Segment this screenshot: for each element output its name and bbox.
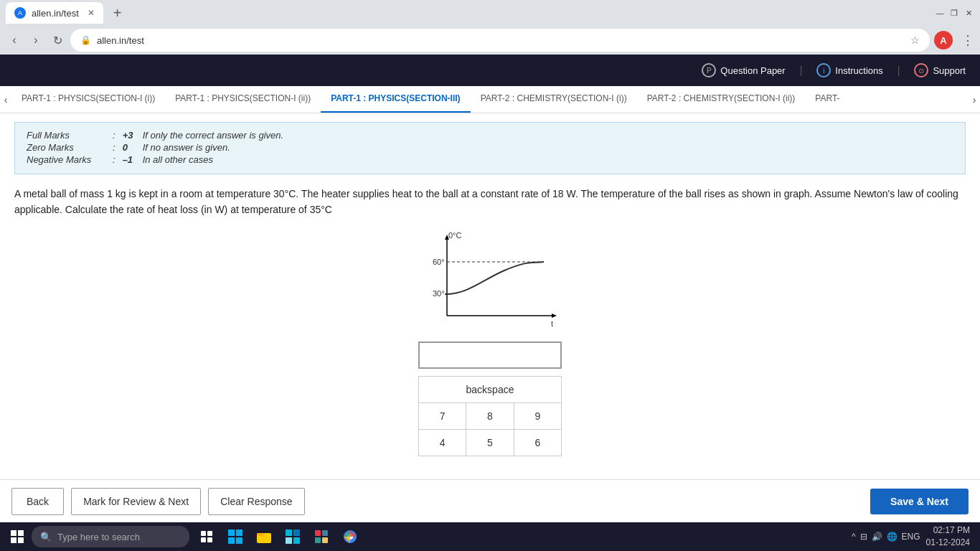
tab-chemistry-section-i-i[interactable]: PART-2 : CHEMISTRY(SECTION-I (i)) [471,86,637,113]
instructions-button[interactable]: i Instructions [816,63,882,77]
numpad-4[interactable]: 4 [419,430,466,456]
taskbar-time-value: 02:17 PM [926,524,970,537]
full-marks-colon: : [113,130,116,141]
tab-close-button[interactable]: ✕ [88,8,95,18]
numpad-row-1: 7 8 9 [419,403,561,430]
full-marks-label: Full Marks [27,130,105,141]
question-paper-label: Question Paper [720,65,785,76]
full-marks-row: Full Marks : +3 If only the correct answ… [27,130,953,141]
url-input[interactable]: 🔒 allen.in/test ☆ [70,29,930,52]
taskbar-ms-store[interactable] [280,524,306,550]
answer-container: backspace 7 8 9 4 5 6 [14,342,966,456]
full-marks-value: +3 [123,130,140,141]
negative-marks-colon: : [113,154,116,165]
tray-display[interactable]: ⊟ [860,532,867,542]
svg-rect-21 [293,529,300,536]
system-tray[interactable]: ^ ⊟ 🔊 🌐 ENG [852,532,920,542]
taskbar-clock: 02:17 PM 01-12-2024 [926,524,970,549]
tray-expand[interactable]: ^ [852,532,856,542]
numpad-backspace-button[interactable]: backspace [419,377,561,403]
mark-review-button[interactable]: Mark for Review & Next [71,488,201,515]
taskbar-tiles[interactable] [308,524,334,550]
taskbar-chrome[interactable] [337,524,363,550]
taskbar-search-icon: 🔍 [40,532,52,542]
windows-logo [11,530,24,543]
tab-left-arrow[interactable]: ‹ [0,94,11,105]
clear-response-button[interactable]: Clear Response [208,488,304,515]
reload-button[interactable]: ↻ [49,32,66,49]
new-tab-button[interactable]: + [113,5,122,22]
tab-physics-section-iii[interactable]: PART-1 : PHYSICS(SECTION-III) [321,86,470,113]
instructions-icon: i [816,63,831,77]
url-text: allen.in/test [97,35,144,46]
taskbar: 🔍 Type here to search ^ ⊟ 🔊 🌐 ENG [0,522,980,551]
full-marks-desc: If only the correct answer is given. [143,130,284,141]
tray-network[interactable]: 🌐 [887,532,897,542]
numpad-9[interactable]: 9 [514,403,561,429]
svg-rect-15 [236,529,242,536]
tab-title: allen.in/test [32,8,79,19]
marking-scheme-box: Full Marks : +3 If only the correct answ… [14,122,966,174]
taskbar-search[interactable]: 🔍 Type here to search [32,526,189,547]
tray-lang[interactable]: ENG [902,532,920,542]
tab-chemistry-section-i-ii[interactable]: PART-2 : CHEMISTRY(SECTION-I (ii)) [637,86,806,113]
profile-button[interactable]: A [934,31,953,50]
zero-marks-row: Zero Marks : 0 If no answer is given. [27,142,953,153]
bookmark-icon[interactable]: ☆ [910,34,920,46]
browser-menu-button[interactable]: ⋮ [961,32,974,48]
browser-tab[interactable]: A allen.in/test ✕ [6,2,103,24]
zero-marks-value: 0 [123,142,140,153]
tab-physics-section-i-i[interactable]: PART-1 : PHYSICS(SECTION-I (i)) [11,86,165,113]
start-button[interactable] [4,524,30,550]
svg-rect-19 [257,533,263,536]
numpad-6[interactable]: 6 [514,430,561,456]
support-button[interactable]: ⊙ Support [914,63,966,77]
save-next-button[interactable]: Save & Next [870,489,969,514]
svg-rect-14 [228,529,235,536]
header-divider-1: | [800,65,803,76]
svg-rect-25 [322,530,328,536]
zero-marks-colon: : [113,142,116,153]
tab-right-arrow[interactable]: › [969,94,980,105]
svg-rect-23 [293,537,300,544]
forward-nav-button[interactable]: › [27,32,44,49]
question-paper-button[interactable]: P Question Paper [702,63,785,77]
svg-text:0°C: 0°C [448,231,462,240]
svg-rect-13 [207,537,212,542]
numpad-5[interactable]: 5 [466,430,514,456]
taskbar-file-explorer[interactable] [251,524,277,550]
tab-favicon: A [14,7,26,19]
negative-marks-desc: In all other cases [143,154,213,165]
address-bar: ‹ › ↻ 🔒 allen.in/test ☆ A ⋮ [0,26,980,55]
tab-physics-section-i-ii[interactable]: PART-1 : PHYSICS(SECTION-I (ii)) [165,86,321,113]
section-tabs-bar: ‹ PART-1 : PHYSICS(SECTION-I (i)) PART-1… [0,86,980,113]
numpad-8[interactable]: 8 [466,403,514,429]
taskbar-search-text: Type here to search [57,532,140,542]
answer-input[interactable] [418,342,562,369]
section-tabs: PART-1 : PHYSICS(SECTION-I (i)) PART-1 :… [11,86,969,113]
taskbar-right: ^ ⊟ 🔊 🌐 ENG 02:17 PM 01-12-2024 [852,524,976,549]
taskbar-task-view[interactable] [194,524,220,550]
tray-volume[interactable]: 🔊 [872,532,882,542]
restore-button[interactable]: ❐ [948,7,960,19]
security-icon: 🔒 [80,35,91,45]
instructions-label: Instructions [835,65,882,76]
svg-text:30°: 30° [433,289,445,298]
support-label: Support [933,65,966,76]
action-bar: Back Mark for Review & Next Clear Respon… [0,479,980,522]
numpad-row-2: 4 5 6 [419,430,561,456]
svg-text:60°: 60° [433,258,445,266]
negative-marks-label: Negative Marks [27,154,105,165]
close-button[interactable]: ✕ [963,7,974,19]
zero-marks-label: Zero Marks [27,142,105,153]
question-paper-icon: P [702,63,716,77]
numpad-7[interactable]: 7 [419,403,466,429]
svg-rect-17 [236,537,242,544]
back-button[interactable]: Back [11,488,64,515]
minimize-button[interactable]: — [934,7,946,19]
back-nav-button[interactable]: ‹ [6,32,23,49]
main-content: Full Marks : +3 If only the correct answ… [0,113,980,479]
tab-part-more[interactable]: PART- [805,86,849,113]
taskbar-windows-icon[interactable] [222,524,248,550]
svg-marker-3 [552,314,557,318]
